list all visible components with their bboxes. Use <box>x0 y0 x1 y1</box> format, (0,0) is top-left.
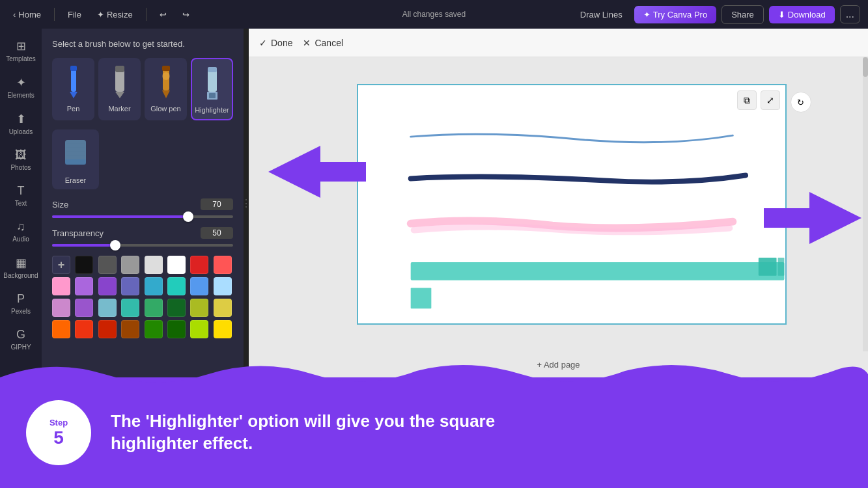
color-swatch-green[interactable] <box>145 299 163 317</box>
transparency-slider-track[interactable] <box>52 244 233 247</box>
color-swatch-gray[interactable] <box>121 256 139 274</box>
resize-button[interactable]: ✦ Resize <box>92 7 138 22</box>
bottom-section: Step 5 The 'Highlighter' option will giv… <box>0 377 868 488</box>
color-swatch-crimson[interactable] <box>98 320 117 338</box>
size-input[interactable] <box>201 198 233 210</box>
color-swatch-violet[interactable] <box>75 299 93 317</box>
checkmark-icon: ✓ <box>259 38 267 48</box>
refresh-button[interactable]: ↻ <box>791 92 811 113</box>
panel-resize-handle[interactable]: ⋮ <box>244 29 249 377</box>
right-arrow <box>764 189 861 250</box>
file-menu[interactable]: File <box>63 7 87 22</box>
color-swatch-lime[interactable] <box>190 299 208 317</box>
brush-marker[interactable]: Marker <box>98 58 141 120</box>
color-swatch-indigo[interactable] <box>121 277 139 295</box>
color-swatch-lightred[interactable] <box>214 256 232 274</box>
sidebar-item-elements[interactable]: ✦ Elements <box>3 70 39 104</box>
color-swatch-green2[interactable] <box>145 320 163 338</box>
star-icon: ✦ <box>643 10 651 20</box>
color-swatch-orangered[interactable] <box>75 320 93 338</box>
cancel-button[interactable]: ✕ Cancel <box>303 38 343 48</box>
size-slider-thumb[interactable] <box>183 211 193 222</box>
color-swatch-teal[interactable] <box>167 277 186 295</box>
eraser-label: Eraser <box>65 176 86 184</box>
expand-canvas-button[interactable]: ⤢ <box>761 90 780 110</box>
color-swatch-purple1[interactable] <box>75 277 93 295</box>
brush-grid: Pen Marker <box>52 58 233 120</box>
sidebar-item-templates[interactable]: ⊞ Templates <box>3 34 39 68</box>
color-swatch-blue[interactable] <box>190 277 208 295</box>
brush-eraser[interactable]: Eraser <box>52 129 99 189</box>
nav-divider <box>54 8 55 21</box>
scroll-indicator[interactable] <box>863 57 868 351</box>
eraser-row: Eraser <box>52 129 233 189</box>
step-circle: Step 5 <box>26 400 91 465</box>
eraser-icon <box>59 135 92 174</box>
share-button[interactable]: Share <box>721 5 764 24</box>
canvas-area: ✓ Done ✕ Cancel <box>249 29 868 377</box>
svg-marker-25 <box>764 192 861 244</box>
color-swatch-white[interactable] <box>167 256 186 274</box>
svg-marker-7 <box>162 90 170 98</box>
color-swatch-lightblue[interactable] <box>214 277 232 295</box>
color-swatch-lightgray[interactable] <box>145 256 163 274</box>
color-swatch-orchid[interactable] <box>52 299 70 317</box>
sidebar-item-photos[interactable]: 🖼 Photos <box>3 143 39 176</box>
color-swatch-darkgray[interactable] <box>98 256 117 274</box>
color-swatch-black[interactable] <box>75 256 93 274</box>
highlighter-icon <box>196 64 229 103</box>
canvas-toolbar: ⧉ ⤢ <box>737 90 780 110</box>
color-swatch-purple2[interactable] <box>98 277 117 295</box>
color-swatch-gold[interactable] <box>214 320 232 338</box>
color-palette: + <box>52 256 233 338</box>
brush-pen[interactable]: Pen <box>52 58 94 120</box>
duplicate-canvas-button[interactable]: ⧉ <box>737 90 757 110</box>
back-button[interactable]: ‹ Home <box>8 7 46 22</box>
scroll-thumb <box>863 57 868 77</box>
download-button[interactable]: ⬇ Download <box>769 6 835 23</box>
sidebar-item-audio[interactable]: ♫ Audio <box>3 215 39 248</box>
color-swatch-brown[interactable] <box>121 320 139 338</box>
add-color-button[interactable]: + <box>52 256 70 274</box>
text-icon: T <box>18 184 25 198</box>
color-swatch-red[interactable] <box>190 256 208 274</box>
pen-label: Pen <box>67 105 80 113</box>
color-swatch-steelblue[interactable] <box>98 299 117 317</box>
sidebar-item-text[interactable]: T Text <box>3 179 39 212</box>
sidebar-item-giphy[interactable]: G GIPHY <box>3 323 39 356</box>
transparency-input[interactable] <box>201 227 233 239</box>
brush-highlighter[interactable]: Highlighter <box>191 58 233 120</box>
home-link[interactable]: Home <box>18 10 41 20</box>
highlighter-label: Highlighter <box>195 106 229 114</box>
more-options-button[interactable]: ... <box>840 5 860 23</box>
brush-glow-pen[interactable]: Glow pen <box>145 58 187 120</box>
color-swatch-yellow[interactable] <box>214 299 232 317</box>
sidebar-item-pexels[interactable]: P Pexels <box>3 287 39 320</box>
done-button[interactable]: ✓ Done <box>259 38 292 48</box>
marker-icon <box>104 63 136 102</box>
color-swatch-chartreuse[interactable] <box>190 320 208 338</box>
color-swatch-seafoam[interactable] <box>121 299 139 317</box>
color-swatch-darkgreen[interactable] <box>167 299 186 317</box>
refresh-icon: ↻ <box>797 98 804 107</box>
try-canva-pro-button[interactable]: ✦ Try Canva Pro <box>634 6 716 23</box>
size-slider-track[interactable] <box>52 215 233 218</box>
color-swatch-orange[interactable] <box>52 320 70 338</box>
done-cancel-bar: ✓ Done ✕ Cancel <box>249 29 868 57</box>
draw-lines-button[interactable]: Draw Lines <box>574 7 629 22</box>
color-swatch-pink[interactable] <box>52 277 70 295</box>
svg-rect-8 <box>162 66 170 71</box>
sidebar-item-background[interactable]: ▦ Background <box>3 251 39 284</box>
sidebar-item-uploads[interactable]: ⬆ Uploads <box>3 107 39 141</box>
glow-pen-label: Glow pen <box>150 105 180 113</box>
color-swatch-darkgreen2[interactable] <box>167 320 186 338</box>
transparency-slider-thumb[interactable] <box>110 240 120 251</box>
redo-button[interactable]: ↪ <box>177 7 195 22</box>
color-swatch-cyan[interactable] <box>145 277 163 295</box>
svg-rect-22 <box>410 288 431 309</box>
nav-right-group: Draw Lines ✦ Try Canva Pro Share ⬇ Downl… <box>574 5 860 24</box>
refresh-container: ↻ <box>791 92 811 113</box>
background-icon: ▦ <box>16 256 27 270</box>
undo-button[interactable]: ↩ <box>154 7 172 22</box>
chevron-left-icon: ‹ <box>13 10 16 20</box>
